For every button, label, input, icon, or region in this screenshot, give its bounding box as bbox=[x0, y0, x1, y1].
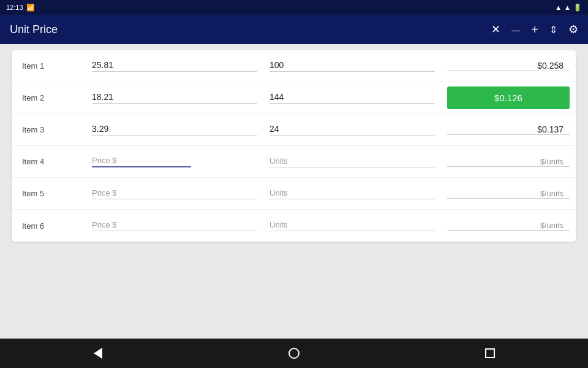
table-row[interactable]: Item 4 Price $ Units $/units bbox=[12, 146, 576, 178]
result-underline bbox=[447, 198, 570, 199]
price-cell[interactable]: 25.81 bbox=[86, 60, 263, 72]
result-value: $0.137 bbox=[447, 125, 570, 134]
nav-bar bbox=[0, 339, 588, 368]
home-button[interactable] bbox=[276, 339, 312, 368]
units-underline bbox=[270, 135, 435, 136]
price-underline bbox=[92, 199, 257, 199]
units-placeholder: Units bbox=[270, 220, 435, 231]
table-container: Item 1 25.81 100 $0.258 bbox=[12, 50, 576, 242]
price-underline bbox=[92, 71, 257, 72]
result-placeholder-cell: $/units bbox=[441, 189, 576, 199]
time: 12:13 bbox=[6, 4, 23, 11]
price-value: 25.81 bbox=[92, 60, 257, 71]
item-label: Item 1 bbox=[12, 61, 86, 71]
price-value: 18.21 bbox=[92, 92, 257, 103]
table-row: Item 3 3.29 24 $0.137 bbox=[12, 114, 576, 146]
price-placeholder: Price $ bbox=[92, 188, 257, 199]
price-cell[interactable]: 18.21 bbox=[86, 92, 263, 104]
price-underline bbox=[92, 135, 257, 136]
units-value: 100 bbox=[270, 60, 435, 71]
close-button[interactable] bbox=[491, 23, 500, 36]
units-input-cell[interactable]: Units bbox=[263, 188, 441, 199]
units-cell[interactable]: 24 bbox=[263, 124, 441, 136]
result-placeholder-cell: $/units bbox=[441, 157, 576, 167]
units-placeholder: Units bbox=[270, 188, 435, 199]
item-label: Item 4 bbox=[12, 157, 86, 166]
units-input-cell[interactable]: Units bbox=[263, 156, 441, 167]
battery-icon: 🔋 bbox=[573, 4, 582, 12]
price-placeholder: Price $ bbox=[92, 220, 257, 231]
result-placeholder-cell: $/units bbox=[441, 221, 576, 231]
add-button[interactable] bbox=[531, 23, 538, 37]
units-cell[interactable]: 144 bbox=[263, 92, 441, 104]
highlighted-result: $0.126 bbox=[447, 86, 570, 109]
title-bar-actions bbox=[491, 23, 578, 37]
price-underline-active bbox=[92, 166, 191, 167]
price-underline bbox=[92, 231, 257, 231]
item-label: Item 2 bbox=[12, 93, 86, 102]
item-label: Item 3 bbox=[12, 125, 86, 134]
signal-icon: ▲ bbox=[564, 4, 571, 11]
table-row: Item 2 18.21 144 $0.126 bbox=[12, 82, 576, 114]
price-input-cell[interactable]: Price $ bbox=[86, 188, 263, 199]
settings-button[interactable] bbox=[568, 23, 578, 36]
wifi-icon: ▲ bbox=[555, 4, 562, 11]
result-underline bbox=[447, 230, 570, 231]
price-input-cell[interactable]: Price $ bbox=[86, 220, 263, 231]
price-value: 3.29 bbox=[92, 124, 257, 135]
result-cell: $0.258 bbox=[441, 61, 576, 71]
price-underline bbox=[92, 103, 257, 104]
result-placeholder: $/units bbox=[447, 157, 570, 166]
units-value: 24 bbox=[270, 124, 435, 135]
title-bar: Unit Price bbox=[0, 15, 588, 44]
result-cell: $0.137 bbox=[441, 125, 576, 135]
units-underline bbox=[270, 103, 435, 104]
result-underline bbox=[447, 166, 570, 167]
item-label: Item 5 bbox=[12, 189, 86, 198]
result-cell-highlight: $0.126 bbox=[441, 86, 576, 109]
units-underline bbox=[270, 167, 435, 167]
units-input-cell[interactable]: Units bbox=[263, 220, 441, 231]
units-underline bbox=[270, 71, 435, 72]
recent-button[interactable] bbox=[472, 339, 508, 368]
price-input-cell[interactable]: Price $ bbox=[86, 156, 263, 167]
main-content: Item 1 25.81 100 $0.258 bbox=[0, 44, 588, 248]
result-underline bbox=[447, 134, 570, 135]
units-cell[interactable]: 100 bbox=[263, 60, 441, 72]
price-placeholder: Price $ bbox=[92, 156, 257, 166]
page-title: Unit Price bbox=[10, 23, 58, 36]
units-placeholder: Units bbox=[270, 156, 435, 167]
units-underline bbox=[270, 199, 435, 199]
status-right: ▲ ▲ 🔋 bbox=[555, 4, 582, 12]
price-cell[interactable]: 3.29 bbox=[86, 124, 263, 136]
minimize-button[interactable] bbox=[511, 23, 520, 36]
result-value: $0.258 bbox=[447, 61, 570, 71]
table-row[interactable]: Item 5 Price $ Units $/units bbox=[12, 178, 576, 210]
table-row[interactable]: Item 6 Price $ Units $/units bbox=[12, 210, 576, 242]
result-underline bbox=[447, 71, 570, 71]
result-placeholder: $/units bbox=[447, 221, 570, 230]
item-label: Item 6 bbox=[12, 221, 86, 231]
resize-button[interactable] bbox=[549, 23, 557, 36]
status-icons: 📶 bbox=[26, 4, 35, 12]
status-bar: 12:13 📶 ▲ ▲ 🔋 bbox=[0, 0, 588, 15]
back-button[interactable] bbox=[80, 339, 116, 368]
status-left: 12:13 📶 bbox=[6, 4, 35, 12]
table-row: Item 1 25.81 100 $0.258 bbox=[12, 50, 576, 82]
result-placeholder: $/units bbox=[447, 189, 570, 198]
units-underline bbox=[270, 231, 435, 231]
units-value: 144 bbox=[270, 92, 435, 103]
